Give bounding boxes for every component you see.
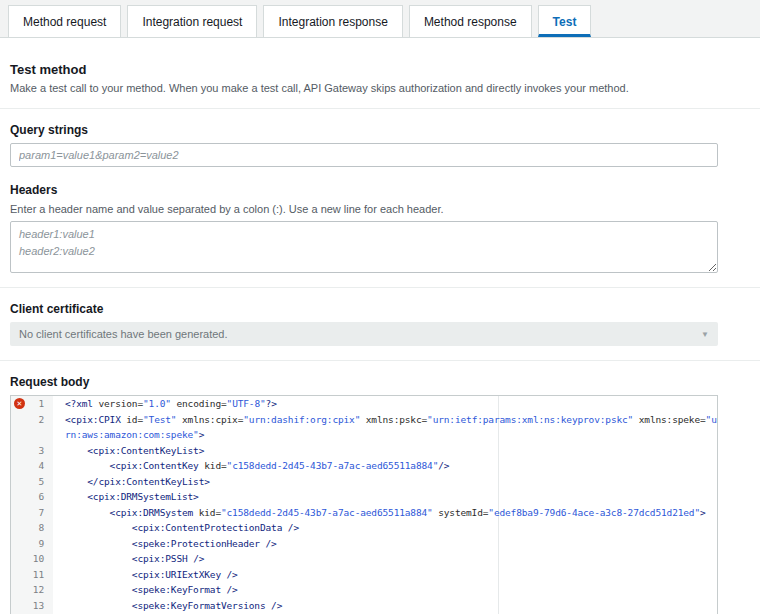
code-line: <cpix:ContentKey kid="c158dedd-2d45-43b7… (53, 458, 717, 474)
tab-integration-request[interactable]: Integration request (127, 5, 257, 37)
tab-method-request[interactable]: Method request (8, 5, 121, 37)
tab-method-response[interactable]: Method response (409, 5, 532, 37)
line-number: 9 (11, 536, 53, 552)
client-certificate-select: No client certificates have been generat… (10, 322, 718, 346)
line-number: 6 (11, 489, 53, 505)
tab-integration-response[interactable]: Integration response (263, 5, 402, 37)
code-line: </cpix:ContentKeyList> (53, 474, 717, 490)
line-number: 12 (11, 582, 53, 598)
code-line: <cpix:PSSH /> (53, 551, 717, 567)
query-strings-input[interactable] (10, 143, 718, 167)
line-number: 8 (11, 520, 53, 536)
code-line: <cpix:DRMSystemList> (53, 489, 717, 505)
test-method-section: Test method Make a test call to your met… (10, 62, 718, 94)
divider (0, 108, 760, 109)
headers-description: Enter a header name and value separated … (10, 203, 718, 215)
request-body-editor[interactable]: ✕1<?xml version="1.0" encoding="UTF-8"?>… (10, 395, 718, 614)
headers-section: Headers Enter a header name and value se… (10, 183, 718, 273)
line-number: 11 (11, 567, 53, 583)
line-number: ✕1 (11, 396, 53, 412)
tab-bar: Method requestIntegration requestIntegra… (0, 0, 760, 38)
code-line: <speke:ProtectionHeader /> (53, 536, 717, 552)
headers-label: Headers (10, 183, 718, 197)
code-line: <cpix:URIExtXKey /> (53, 567, 717, 583)
line-number: 5 (11, 474, 53, 490)
request-body-section: Request body ✕1<?xml version="1.0" encod… (10, 375, 718, 614)
page-title: Test method (10, 62, 718, 77)
client-certificate-value: No client certificates have been generat… (19, 328, 228, 340)
line-number: 13 (11, 598, 53, 614)
code-line: <cpix:DRMSystem kid="c158dedd-2d45-43b7-… (53, 505, 717, 521)
request-body-label: Request body (10, 375, 718, 389)
code-line: <speke:KeyFormatVersions /> (53, 598, 717, 614)
line-number: 2 (11, 412, 53, 443)
line-number: 7 (11, 505, 53, 521)
page-description: Make a test call to your method. When yo… (10, 82, 718, 94)
line-number: 3 (11, 443, 53, 459)
code-line: <cpix:ContentProtectionData /> (53, 520, 717, 536)
code-line: <cpix:CPIX id="Test" xmlns:cpix="urn:das… (53, 412, 717, 443)
error-icon: ✕ (14, 398, 25, 409)
code-line: <speke:KeyFormat /> (53, 582, 717, 598)
code-line: <?xml version="1.0" encoding="UTF-8"?> (53, 396, 717, 412)
line-number: 10 (11, 551, 53, 567)
divider (0, 287, 760, 288)
query-strings-label: Query strings (10, 123, 718, 137)
code-line: <cpix:ContentKeyList> (53, 443, 717, 459)
client-certificate-label: Client certificate (10, 302, 718, 316)
client-certificate-section: Client certificate No client certificate… (10, 302, 718, 346)
headers-textarea[interactable] (10, 221, 718, 273)
divider (0, 360, 760, 361)
query-strings-section: Query strings (10, 123, 718, 167)
line-number: 4 (11, 458, 53, 474)
page: Method requestIntegration requestIntegra… (0, 0, 760, 614)
tab-test[interactable]: Test (538, 5, 592, 37)
chevron-down-icon: ▼ (701, 330, 709, 339)
